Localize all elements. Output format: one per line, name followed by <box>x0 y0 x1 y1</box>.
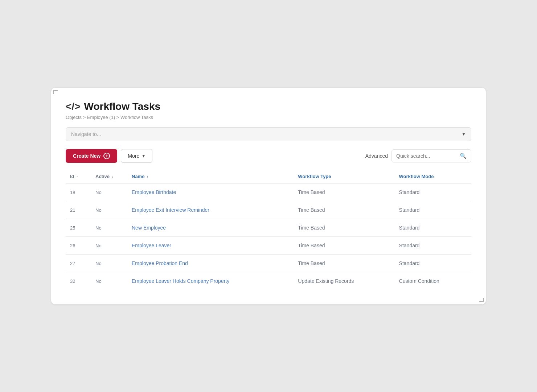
page-title: Workflow Tasks <box>84 101 160 112</box>
table-row[interactable]: 25NoNew EmployeeTime BasedStandard <box>66 219 471 237</box>
more-label: More <box>128 153 139 159</box>
col-header-workflow-mode[interactable]: Workflow Mode <box>395 170 471 183</box>
breadcrumb-sep2: > <box>116 115 120 120</box>
cell-workflow-mode: Standard <box>395 201 471 219</box>
table-row[interactable]: 27NoEmployee Probation EndTime BasedStan… <box>66 255 471 272</box>
cell-id: 25 <box>66 219 91 237</box>
cell-id: 21 <box>66 201 91 219</box>
sort-icon-active: ↓ <box>112 175 114 179</box>
cell-active: No <box>91 219 127 237</box>
main-card: </> Workflow Tasks Objects > Employee (1… <box>51 87 486 305</box>
page-title-row: </> Workflow Tasks <box>66 101 471 112</box>
plus-circle-icon: + <box>103 153 110 159</box>
cell-workflow-mode: Standard <box>395 255 471 272</box>
cell-id: 27 <box>66 255 91 272</box>
advanced-link[interactable]: Advanced <box>365 153 388 159</box>
breadcrumb: Objects > Employee (1) > Workflow Tasks <box>66 115 471 120</box>
cell-active: No <box>91 237 127 255</box>
sort-icon-name: ↑ <box>147 175 148 179</box>
cell-active: No <box>91 183 127 201</box>
navigate-bar[interactable]: Navigate to... ▼ <box>66 127 471 141</box>
cell-workflow-type: Time Based <box>294 183 394 201</box>
cell-workflow-type: Time Based <box>294 201 394 219</box>
create-new-label: Create New <box>73 153 101 159</box>
cell-name[interactable]: Employee Birthdate <box>127 183 294 201</box>
table-row[interactable]: 18NoEmployee BirthdateTime BasedStandard <box>66 183 471 201</box>
cell-workflow-type: Time Based <box>294 219 394 237</box>
cell-name[interactable]: New Employee <box>127 219 294 237</box>
cell-workflow-type: Time Based <box>294 255 394 272</box>
table-row[interactable]: 32NoEmployee Leaver Holds Company Proper… <box>66 272 471 290</box>
chevron-down-icon: ▼ <box>142 154 145 158</box>
cell-id: 32 <box>66 272 91 290</box>
more-button[interactable]: More ▼ <box>121 149 152 163</box>
search-input[interactable] <box>396 153 457 159</box>
col-header-id[interactable]: Id ↑ <box>66 170 91 183</box>
cell-name[interactable]: Employee Leaver <box>127 237 294 255</box>
cell-workflow-type: Time Based <box>294 237 394 255</box>
sort-icon-id: ↑ <box>76 175 78 179</box>
table-row[interactable]: 26NoEmployee LeaverTime BasedStandard <box>66 237 471 255</box>
cell-id: 18 <box>66 183 91 201</box>
search-icon: 🔍 <box>460 153 467 159</box>
cell-name[interactable]: Employee Exit Interview Reminder <box>127 201 294 219</box>
col-header-name[interactable]: Name ↑ <box>127 170 294 183</box>
navigate-placeholder: Navigate to... <box>71 131 101 137</box>
cell-id: 26 <box>66 237 91 255</box>
col-header-workflow-type[interactable]: Workflow Type <box>294 170 394 183</box>
navigate-dropdown-icon: ▼ <box>462 132 466 137</box>
table-row[interactable]: 21NoEmployee Exit Interview ReminderTime… <box>66 201 471 219</box>
cell-name[interactable]: Employee Leaver Holds Company Property <box>127 272 294 290</box>
cell-workflow-type: Update Existing Records <box>294 272 394 290</box>
cell-workflow-mode: Custom Condition <box>395 272 471 290</box>
workflow-tasks-table: Id ↑ Active ↓ Name ↑ Workflow Type Workf… <box>66 170 471 290</box>
page-icon: </> <box>66 101 80 112</box>
breadcrumb-employee[interactable]: Employee (1) <box>87 115 115 120</box>
toolbar: Create New + More ▼ Advanced 🔍 <box>66 149 471 163</box>
search-box: 🔍 <box>392 149 471 162</box>
cell-name[interactable]: Employee Probation End <box>127 255 294 272</box>
breadcrumb-workflow-tasks[interactable]: Workflow Tasks <box>120 115 153 120</box>
table-header-row: Id ↑ Active ↓ Name ↑ Workflow Type Workf… <box>66 170 471 183</box>
breadcrumb-objects[interactable]: Objects <box>66 115 82 120</box>
cell-workflow-mode: Standard <box>395 183 471 201</box>
cell-active: No <box>91 201 127 219</box>
cell-workflow-mode: Standard <box>395 237 471 255</box>
cell-active: No <box>91 255 127 272</box>
col-header-active[interactable]: Active ↓ <box>91 170 127 183</box>
cell-workflow-mode: Standard <box>395 219 471 237</box>
cell-active: No <box>91 272 127 290</box>
breadcrumb-sep1: > <box>83 115 87 120</box>
create-new-button[interactable]: Create New + <box>66 149 117 163</box>
